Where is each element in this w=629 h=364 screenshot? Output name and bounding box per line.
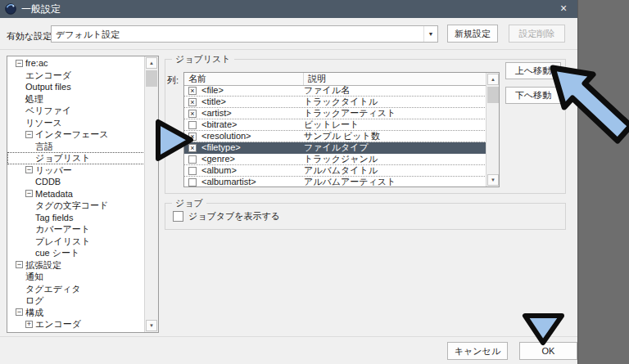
column-tag-name: <title> (201, 97, 304, 107)
table-row[interactable]: ×<file>ファイル名 (184, 85, 486, 97)
tree-item-label: タグエディタ (25, 283, 81, 295)
tree-item-label: デコーダ (35, 330, 72, 333)
collapse-icon[interactable]: − (25, 131, 33, 138)
collapse-icon[interactable]: − (16, 308, 23, 316)
columns-list[interactable]: 名前 説明 ×<file>ファイル名×<title>トラックタイトル×<arti… (183, 72, 500, 187)
tree-item[interactable]: Output files (7, 81, 145, 93)
table-row[interactable]: <albumartist>アルバムアーティスト (184, 177, 486, 186)
tree-item[interactable]: ログ (7, 294, 145, 307)
scroll-up-icon[interactable]: ▲ (146, 57, 157, 69)
ok-button[interactable]: OK (519, 342, 577, 360)
tree-item[interactable]: タグの文字コード (7, 200, 145, 212)
column-header-name[interactable]: 名前 (184, 73, 304, 85)
tree-item[interactable]: Tag fields (7, 212, 145, 224)
tree-item-label: ログ (25, 294, 44, 307)
job-group-title: ジョブ (172, 197, 206, 209)
tree-item[interactable]: 通知 (7, 271, 145, 283)
checked-checkbox[interactable]: × (188, 110, 197, 118)
tree-item[interactable]: −拡張設定 (7, 259, 145, 272)
top-separator (0, 49, 577, 50)
tree-item[interactable]: 処理 (7, 93, 145, 106)
column-tag-name: <genre> (201, 154, 304, 164)
column-tag-name: <resolution> (201, 131, 304, 142)
tree-item[interactable]: −Metadata (7, 188, 145, 200)
tree-item[interactable]: +デコーダ (7, 330, 145, 333)
collapse-icon[interactable]: − (16, 261, 23, 268)
checked-checkbox[interactable]: × (188, 87, 197, 95)
checked-checkbox[interactable]: × (188, 144, 197, 152)
tree-item-label: プレイリスト (35, 236, 91, 248)
cancel-button[interactable]: キャンセル (447, 342, 508, 360)
tree-item-label: Tag fields (35, 212, 73, 224)
table-row[interactable]: <genre>トラックジャンル (184, 154, 486, 165)
column-tag-name: <filetype> (201, 142, 304, 153)
column-tag-name: <albumartist> (201, 177, 304, 186)
table-row[interactable]: ×<filetype>ファイルタイプ (184, 142, 486, 154)
tree-item-label: インターフェース (35, 128, 109, 141)
show-job-tab-option[interactable]: ジョブタブを表示する (173, 210, 280, 222)
move-down-button[interactable]: 下へ移動 (505, 87, 561, 104)
tree-item-label: ベリファイ (25, 105, 71, 117)
settings-tree[interactable]: −fre:acエンコーダOutput files処理ベリファイリソース−インター… (7, 56, 159, 333)
general-settings-dialog: 一般設定 × 有効な設定: デフォルト設定 ▼ 新規設定 設定削除 −fre:a… (0, 0, 578, 364)
tree-scrollbar-thumb[interactable] (146, 70, 157, 87)
collapse-icon[interactable]: − (25, 190, 33, 197)
config-select[interactable]: デフォルト設定 ▼ (51, 25, 438, 43)
tree-item-label: fre:ac (25, 57, 48, 70)
tree-item[interactable]: タグエディタ (7, 283, 145, 295)
column-description: トラックアーティスト (304, 108, 486, 119)
list-body: ×<file>ファイル名×<title>トラックタイトル×<artist>トラッ… (184, 85, 486, 186)
column-header-description[interactable]: 説明 (304, 73, 486, 85)
table-row[interactable]: <bitrate>ビットレート (184, 119, 486, 131)
move-up-button[interactable]: 上へ移動 (505, 62, 561, 79)
close-icon[interactable]: × (556, 1, 571, 16)
unchecked-checkbox[interactable] (188, 121, 197, 129)
tree-item[interactable]: cue シート (7, 247, 145, 259)
tree-item[interactable]: リソース (7, 117, 145, 129)
column-description: トラックジャンル (304, 154, 486, 164)
checked-checkbox[interactable]: × (188, 98, 197, 106)
tree-item[interactable]: ベリファイ (7, 105, 145, 117)
column-description: ファイル名 (304, 85, 486, 96)
unchecked-checkbox[interactable] (188, 167, 197, 175)
tree-item[interactable]: プレイリスト (7, 236, 145, 248)
list-scrollbar-thumb[interactable] (487, 87, 499, 103)
table-row[interactable]: <album>アルバムタイトル (184, 165, 486, 177)
list-scrollbar[interactable]: ▲ ▼ (486, 73, 499, 186)
tree-item[interactable]: −リッパー (7, 164, 145, 177)
tree-item[interactable]: 言語 (7, 141, 145, 153)
new-config-button[interactable]: 新規設定 (447, 25, 498, 43)
scroll-up-icon[interactable]: ▲ (487, 74, 499, 85)
tree-item[interactable]: +エンコーダ (7, 318, 145, 330)
title-bar[interactable]: 一般設定 × (0, 0, 577, 18)
tree-item[interactable]: CDDB (7, 176, 145, 188)
unchecked-checkbox[interactable] (188, 155, 197, 164)
tree-item[interactable]: −fre:ac (7, 57, 145, 70)
desktop-background: 一般設定 × 有効な設定: デフォルト設定 ▼ 新規設定 設定削除 −fre:a… (0, 0, 629, 364)
tree-scrollbar[interactable]: ▲ ▼ (144, 56, 158, 332)
scroll-down-icon[interactable]: ▼ (487, 174, 499, 186)
table-row[interactable]: ×<artist>トラックアーティスト (184, 108, 486, 119)
columns-label: 列: (167, 74, 179, 87)
column-tag-name: <file> (201, 85, 304, 96)
show-job-tab-checkbox[interactable] (173, 211, 183, 222)
tree-item[interactable]: ジョブリスト (7, 152, 145, 164)
tree-item-label: CDDB (35, 176, 61, 188)
collapse-icon[interactable]: − (25, 166, 33, 173)
scroll-down-icon[interactable]: ▼ (146, 320, 157, 331)
tree-item-label: 拡張設定 (25, 259, 61, 272)
chevron-down-icon[interactable]: ▼ (423, 26, 437, 42)
tree-item-label: Output files (25, 81, 71, 93)
tree-item[interactable]: カバーアート (7, 223, 145, 236)
tree-item[interactable]: −インターフェース (7, 128, 145, 141)
tree-item[interactable]: −構成 (7, 307, 145, 319)
table-row[interactable]: ×<title>トラックタイトル (184, 97, 486, 108)
expand-icon[interactable]: + (25, 321, 33, 328)
column-description: アルバムアーティスト (304, 177, 486, 186)
tree-item-label: 言語 (35, 141, 53, 153)
table-row[interactable]: ×<resolution>サンプル ビット数 (184, 131, 486, 142)
unchecked-checkbox[interactable] (188, 178, 197, 186)
collapse-icon[interactable]: − (16, 60, 23, 67)
checked-checkbox[interactable]: × (188, 133, 197, 141)
tree-item[interactable]: エンコーダ (7, 70, 145, 82)
